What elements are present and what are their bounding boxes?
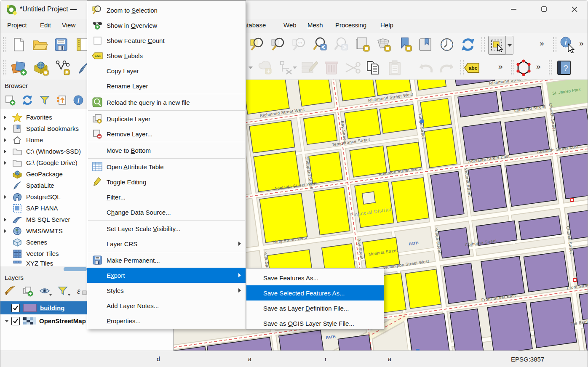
toolbar-overflow[interactable]: » [536,62,541,71]
redo-button[interactable] [438,59,455,76]
zoom-to-layer-button[interactable] [270,36,287,53]
identify-features-button[interactable]: i [559,36,576,53]
zoom-last-button[interactable] [312,36,329,53]
menu-item-properties[interactable]: Properties... [87,313,246,328]
toolbar-grip[interactable] [460,60,464,75]
toolbar-grip[interactable] [3,37,6,52]
copy-features-button[interactable] [365,59,382,76]
menu-mesh[interactable]: Mesh [307,21,323,29]
menu-item-filter[interactable]: Filter... [87,189,246,205]
menu-edit[interactable]: Edit [40,21,51,29]
menu-item-show-feature-count[interactable]: Show Feature Count [87,33,246,48]
menu-view[interactable]: View [62,21,75,29]
toolbar-grip[interactable] [3,60,6,75]
menu-item-reload-query[interactable]: Reload the query in a new file [87,95,246,110]
minimize-button[interactable] [504,0,524,18]
menu-item-copy-layer[interactable]: Copy Layer [87,63,246,78]
add-group-icon[interactable] [22,286,33,297]
delete-selected-button[interactable] [323,59,340,76]
filter-browser-icon[interactable] [39,95,50,106]
cut-features-button[interactable] [344,59,361,76]
menu-item-styles[interactable]: Styles [87,283,246,298]
close-button[interactable] [565,0,584,18]
expand-arrow-icon[interactable] [4,161,11,165]
toolbar-grip[interactable] [549,60,552,75]
help-button[interactable]: ? [556,59,572,76]
select-features-tool[interactable] [488,36,513,54]
menu-item-duplicate-layer[interactable]: Duplicate Layer [87,111,246,126]
menu-project[interactable]: Project [7,21,27,29]
layer-styling-icon[interactable] [5,286,16,297]
properties-info-icon[interactable]: i [73,95,84,106]
submenu-item-save-as-qgis-layer-style[interactable]: Save as QGIS Layer Style File... [246,316,384,331]
menu-item-export[interactable]: Export [87,268,246,283]
new-geopackage-layer-button[interactable] [32,59,49,76]
expand-arrow-icon[interactable] [4,149,11,154]
menu-item-show-in-overview[interactable]: Show in Overview [87,18,246,33]
open-project-button[interactable] [32,36,48,53]
menu-item-open-attribute-table[interactable]: Open Attribute Table [87,159,246,174]
toolbar-grip[interactable] [511,60,514,75]
new-map-view-button[interactable] [354,36,371,53]
modify-attributes-button[interactable] [301,59,318,76]
vertex-tool-dropdown[interactable] [291,59,299,76]
menu-item-change-data-source[interactable]: Change Data Source... [87,205,246,220]
new-spatial-bookmark-button[interactable] [396,36,413,53]
new-3d-map-view-button[interactable] [375,36,392,53]
layer-checkbox[interactable] [11,304,20,312]
manage-visibility-icon[interactable] [39,286,52,297]
menu-item-set-layer-scale-visibility[interactable]: Set Layer Scale Visibility... [87,221,246,236]
menu-item-toggle-editing[interactable]: Toggle Editing [87,174,246,189]
collapse-all-icon[interactable] [56,95,67,106]
menu-item-rename-layer[interactable]: Rename Layer [87,78,246,93]
menu-item-show-labels[interactable]: abc Show Labels [87,48,246,63]
menu-item-move-to-bottom[interactable]: Move to Bottom [87,143,246,158]
digitize-dropdown[interactable] [246,59,255,76]
menu-item-remove-layer[interactable]: Remove Layer... [87,126,246,141]
expand-arrow-icon[interactable] [4,218,11,222]
save-project-button[interactable] [53,36,69,53]
crs-status[interactable]: EPSG:3857 [511,356,544,363]
expand-arrow-icon[interactable] [4,127,11,131]
submenu-item-save-features-as[interactable]: Save Features As... [246,270,384,285]
expand-arrow-icon[interactable] [4,229,11,233]
menu-item-zoom-to-selection[interactable]: Zoom to Selection [87,3,246,18]
select-tool-dropdown[interactable] [506,36,513,55]
paste-features-button[interactable] [386,59,403,76]
expand-arrow-icon[interactable] [4,195,11,199]
toolbar-overflow[interactable]: » [540,39,544,48]
show-bookmarks-button[interactable] [417,36,434,53]
layer-labeling-button[interactable]: abc [464,59,481,76]
filter-legend-icon[interactable] [58,286,70,297]
toolbar-overflow[interactable]: » [498,62,503,71]
menu-help[interactable]: Help [380,21,393,29]
zoom-next-button[interactable] [333,36,350,53]
menu-item-layer-crs[interactable]: Layer CRS [87,236,246,251]
new-virtual-layer-button[interactable] [257,59,273,76]
layer-checkbox[interactable] [11,317,20,325]
toolbar-grip[interactable] [481,37,485,52]
menu-processing[interactable]: Processing [335,21,366,29]
feature-count-checkbox[interactable] [91,35,104,46]
collapse-arrow-icon[interactable] [5,320,11,322]
menu-item-make-permanent[interactable]: Make Permanent... [87,253,246,268]
new-shapefile-layer-button[interactable] [54,59,71,76]
refresh-map-button[interactable] [460,36,476,53]
submenu-item-save-as-layer-definition[interactable]: Save as Layer Definition File... [246,301,384,316]
expand-arrow-icon[interactable] [4,138,11,142]
browser-hscrollbar[interactable] [0,266,87,272]
add-layer-icon[interactable] [5,95,16,106]
undo-button[interactable] [417,59,434,76]
toolbar-grip[interactable] [553,37,556,52]
zoom-native-button[interactable]: 1:1 [291,36,308,53]
menu-item-add-layer-notes[interactable]: Add Layer Notes... [87,298,246,313]
data-source-manager-button[interactable] [11,59,27,76]
temporal-controller-button[interactable] [438,36,455,53]
maximize-button[interactable] [535,0,554,18]
submenu-item-save-selected-features-as[interactable]: Save Selected Features As... [246,285,384,301]
expand-arrow-icon[interactable] [4,115,11,120]
toolbar-overflow[interactable]: » [579,39,584,48]
shape-digitizing-button[interactable] [515,59,532,76]
refresh-icon[interactable] [21,95,33,106]
menu-web[interactable]: Web [283,21,297,29]
